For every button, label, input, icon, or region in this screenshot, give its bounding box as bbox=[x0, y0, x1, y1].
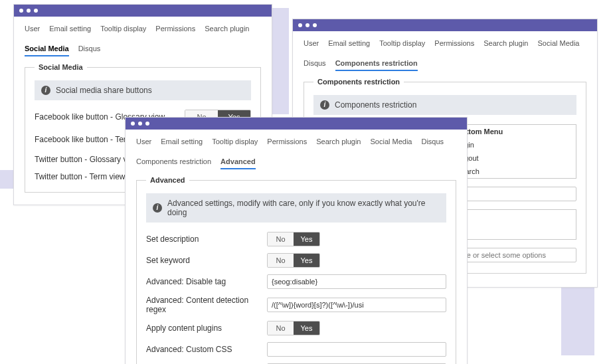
window-dot-icon bbox=[19, 9, 23, 13]
tab-tooltip-display[interactable]: Tooltip display bbox=[100, 25, 146, 35]
window-dot-icon bbox=[298, 23, 302, 27]
row-label: Set description bbox=[146, 234, 267, 244]
legend: Advanced bbox=[146, 176, 189, 184]
info-icon: i bbox=[153, 203, 162, 213]
tab-tooltip-display[interactable]: Tooltip display bbox=[212, 137, 258, 148]
tab-email-setting[interactable]: Email setting bbox=[161, 137, 203, 148]
window-dot-icon bbox=[34, 9, 38, 13]
textarea[interactable] bbox=[450, 209, 576, 240]
legend: Social Media bbox=[35, 63, 87, 71]
tab-social-media[interactable]: Social Media bbox=[371, 137, 412, 148]
tab-email-setting[interactable]: Email setting bbox=[49, 25, 91, 35]
tab-disqus[interactable]: Disqus bbox=[78, 45, 101, 56]
titlebar bbox=[14, 5, 272, 17]
titlebar bbox=[293, 19, 597, 31]
tab-search-plugin[interactable]: Search plugin bbox=[205, 25, 249, 35]
info-banner: i Social media share buttons bbox=[35, 80, 251, 100]
tab-components-restriction[interactable]: Components restriction bbox=[136, 157, 211, 169]
row-label: Advanced: Content detection regex bbox=[146, 296, 267, 314]
tab-permissions[interactable]: Permissions bbox=[434, 39, 474, 50]
tab-advanced[interactable]: Advanced bbox=[220, 157, 256, 169]
info-banner: i Advanced settings, modify with care, o… bbox=[146, 193, 446, 223]
tab-bar: User Email setting Tooltip display Permi… bbox=[136, 137, 456, 169]
select-options-input[interactable] bbox=[450, 248, 576, 262]
row-label: Set keyword bbox=[146, 256, 267, 265]
list-option[interactable]: Logout bbox=[451, 151, 576, 165]
banner-text: Advanced settings, modify with care, onl… bbox=[167, 199, 440, 217]
info-banner: i Components restriction bbox=[313, 95, 576, 115]
tab-user[interactable]: User bbox=[25, 25, 40, 35]
window-dot-icon bbox=[27, 9, 31, 13]
window-dot-icon bbox=[306, 23, 309, 27]
tab-social-media[interactable]: Social Media bbox=[538, 39, 580, 50]
window-advanced: User Email setting Tooltip display Permi… bbox=[125, 117, 468, 364]
group-advanced: Advanced i Advanced settings, modify wit… bbox=[136, 176, 456, 364]
info-icon: i bbox=[320, 100, 329, 110]
tab-search-plugin[interactable]: Search plugin bbox=[483, 39, 528, 50]
disable-tag-input[interactable] bbox=[267, 274, 446, 289]
text-input[interactable] bbox=[450, 187, 576, 201]
titlebar bbox=[126, 118, 467, 130]
tab-search-plugin[interactable]: Search plugin bbox=[316, 137, 361, 148]
tab-bar: User Email setting Tooltip display Permi… bbox=[304, 39, 586, 71]
window-dot-icon bbox=[138, 122, 142, 126]
toggle-yes[interactable]: Yes bbox=[294, 232, 319, 246]
toggle-apply-plugins[interactable]: No Yes bbox=[267, 321, 320, 335]
toggle-set-keyword[interactable]: No Yes bbox=[267, 253, 320, 268]
tab-components-restriction[interactable]: Components restriction bbox=[335, 59, 418, 71]
tab-email-setting[interactable]: Email setting bbox=[328, 39, 370, 50]
regex-input[interactable] bbox=[267, 298, 446, 312]
toggle-no[interactable]: No bbox=[268, 254, 294, 267]
window-dot-icon bbox=[145, 122, 149, 126]
tab-disqus[interactable]: Disqus bbox=[304, 59, 326, 71]
menu-listbox[interactable]: Bottom Menu Login Logout Search bbox=[450, 124, 576, 179]
row-label: Advanced: Custom CSS bbox=[146, 345, 267, 354]
toggle-yes[interactable]: Yes bbox=[294, 321, 319, 335]
list-option-head[interactable]: Bottom Menu bbox=[451, 125, 576, 138]
toggle-yes[interactable]: Yes bbox=[294, 254, 319, 267]
tab-user[interactable]: User bbox=[304, 39, 319, 50]
list-option[interactable]: Login bbox=[451, 138, 576, 151]
window-dot-icon bbox=[131, 122, 135, 126]
custom-css-input[interactable] bbox=[267, 342, 446, 357]
tab-user[interactable]: User bbox=[136, 137, 151, 148]
tab-disqus[interactable]: Disqus bbox=[421, 137, 444, 148]
toggle-no[interactable]: No bbox=[268, 232, 294, 246]
banner-text: Components restriction bbox=[335, 100, 416, 110]
banner-text: Social media share buttons bbox=[56, 86, 152, 95]
tab-tooltip-display[interactable]: Tooltip display bbox=[379, 39, 425, 50]
tab-permissions[interactable]: Permissions bbox=[155, 25, 195, 35]
tab-bar: User Email setting Tooltip display Permi… bbox=[25, 25, 261, 56]
tab-permissions[interactable]: Permissions bbox=[267, 137, 307, 148]
row-label: Advanced: Disable tag bbox=[146, 277, 267, 286]
window-dot-icon bbox=[313, 23, 317, 27]
toggle-no[interactable]: No bbox=[268, 321, 294, 335]
tab-social-media[interactable]: Social Media bbox=[25, 45, 69, 56]
toggle-set-description[interactable]: No Yes bbox=[267, 232, 320, 246]
row-label: Apply content plugins bbox=[146, 323, 267, 333]
info-icon: i bbox=[41, 86, 50, 95]
legend: Components restriction bbox=[313, 78, 404, 86]
list-option[interactable]: Search bbox=[451, 165, 576, 178]
